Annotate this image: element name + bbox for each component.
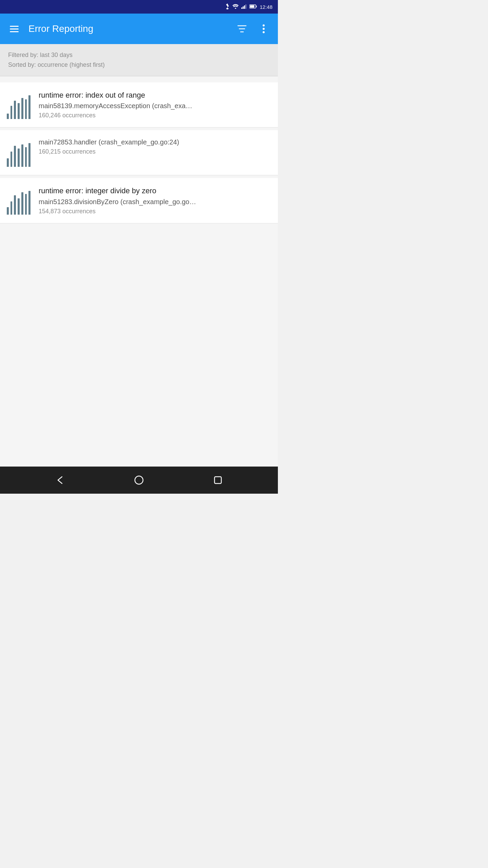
hamburger-icon xyxy=(10,26,19,32)
error-list: runtime error: index out of rangemain581… xyxy=(0,76,278,467)
page-title: Error Reporting xyxy=(28,23,228,34)
bar-segment xyxy=(21,98,23,119)
svg-rect-0 xyxy=(241,7,242,9)
bar-segment xyxy=(25,99,27,119)
svg-rect-11 xyxy=(215,477,221,484)
bar-segment xyxy=(25,147,27,167)
filter-line1: Filtered by: last 30 days xyxy=(8,50,270,60)
error-title: runtime error: index out of range xyxy=(39,91,271,100)
status-time: 12:48 xyxy=(260,4,272,10)
bar-segment xyxy=(14,101,16,119)
error-list-item[interactable]: main72853.handler (crash_example_go.go:2… xyxy=(0,130,278,175)
error-occurrences: 154,873 occurrences xyxy=(39,208,271,215)
svg-rect-3 xyxy=(245,4,246,9)
error-occurrences: 160,246 occurrences xyxy=(39,112,271,119)
error-bar-chart xyxy=(7,140,30,167)
signal-icon xyxy=(241,4,247,10)
recents-icon xyxy=(214,476,222,484)
error-content: main72853.handler (crash_example_go.go:2… xyxy=(39,138,271,155)
bar-segment xyxy=(28,143,30,167)
wifi-icon xyxy=(232,4,239,10)
error-detail: main51283.divisionByZero (crash_example_… xyxy=(39,198,271,206)
recents-button[interactable] xyxy=(208,470,228,490)
bar-segment xyxy=(28,95,30,119)
svg-rect-2 xyxy=(244,5,245,9)
bar-segment xyxy=(11,106,13,119)
svg-point-9 xyxy=(263,31,265,33)
home-button[interactable] xyxy=(129,470,149,490)
more-vert-icon xyxy=(263,24,265,33)
back-icon xyxy=(55,475,65,485)
home-icon xyxy=(134,475,144,485)
filter-info-bar: Filtered by: last 30 days Sorted by: occ… xyxy=(0,44,278,76)
bar-segment xyxy=(7,158,9,167)
bar-segment xyxy=(7,114,9,119)
svg-rect-5 xyxy=(250,5,255,7)
bar-segment xyxy=(14,195,16,215)
svg-rect-6 xyxy=(256,5,257,7)
svg-point-10 xyxy=(135,476,143,484)
app-bar: Error Reporting xyxy=(0,14,278,44)
error-bar-chart xyxy=(7,92,30,119)
back-button[interactable] xyxy=(50,470,70,490)
battery-icon xyxy=(249,4,257,10)
svg-point-7 xyxy=(263,24,265,26)
error-bar-chart xyxy=(7,188,30,215)
nav-bar xyxy=(0,467,278,494)
error-detail: main72853.handler (crash_example_go.go:2… xyxy=(39,138,271,146)
error-content: runtime error: integer divide by zeromai… xyxy=(39,186,271,215)
bar-segment xyxy=(14,146,16,167)
svg-rect-1 xyxy=(243,6,244,9)
bar-segment xyxy=(18,198,20,215)
filter-button[interactable] xyxy=(235,21,249,36)
error-list-item[interactable]: runtime error: index out of rangemain581… xyxy=(0,82,278,128)
svg-point-8 xyxy=(263,28,265,30)
error-occurrences: 160,215 occurrences xyxy=(39,148,271,155)
bluetooth-icon xyxy=(225,3,230,11)
bar-segment xyxy=(11,201,13,215)
bar-segment xyxy=(11,152,13,167)
error-list-item[interactable]: runtime error: integer divide by zeromai… xyxy=(0,178,278,223)
status-bar: 12:48 xyxy=(0,0,278,14)
bar-segment xyxy=(25,194,27,215)
bar-segment xyxy=(21,144,23,167)
bar-segment xyxy=(21,192,23,215)
bar-segment xyxy=(18,149,20,167)
filter-icon xyxy=(237,25,247,33)
error-title: runtime error: integer divide by zero xyxy=(39,186,271,196)
more-button[interactable] xyxy=(256,21,271,36)
filter-line2: Sorted by: occurrence (highest first) xyxy=(8,60,270,70)
status-icons: 12:48 xyxy=(225,3,272,11)
menu-button[interactable] xyxy=(7,21,22,36)
error-content: runtime error: index out of rangemain581… xyxy=(39,91,271,119)
bar-segment xyxy=(7,207,9,215)
bar-segment xyxy=(18,103,20,119)
error-detail: main58139.memoryAccessException (crash_e… xyxy=(39,102,271,110)
bar-segment xyxy=(28,191,30,215)
